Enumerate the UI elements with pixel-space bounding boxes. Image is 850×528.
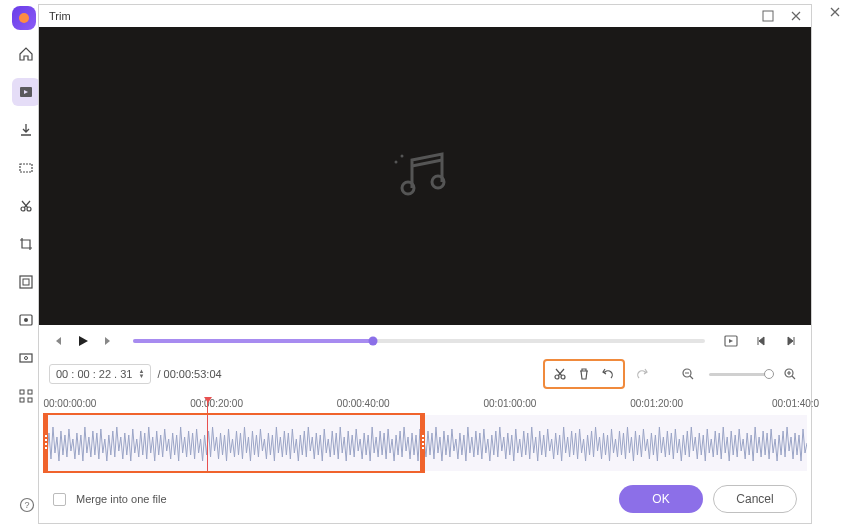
redo-button[interactable] [631,364,653,384]
cancel-label: Cancel [736,492,773,506]
playhead[interactable] [207,398,208,471]
svg-point-7 [24,318,28,322]
sidebar-download[interactable] [12,116,40,144]
sidebar-crop[interactable] [12,230,40,258]
current-time-input[interactable]: 00 : 00 : 22 . 31 ▲ ▼ [49,364,151,384]
sidebar-apps[interactable] [12,382,40,410]
svg-point-9 [25,357,28,360]
sidebar-effects[interactable] [12,268,40,296]
sidebar-cut[interactable] [12,192,40,220]
sidebar-record[interactable] [12,306,40,334]
ruler-tick: 00:01:20:00 [630,398,683,409]
sidebar-home[interactable] [12,40,40,68]
svg-rect-8 [20,354,32,362]
time-step-down[interactable]: ▼ [138,374,144,379]
merge-label: Merge into one file [76,493,167,505]
close-icon[interactable] [787,7,805,25]
ruler-tick: 00:01:00:00 [483,398,536,409]
zoom-out-button[interactable] [677,364,699,384]
minimize-icon[interactable] [759,7,777,25]
sidebar-convert[interactable] [12,78,40,106]
seekbar-thumb[interactable] [369,337,378,346]
ruler-tick: 00:00:20:00 [190,398,243,409]
delete-button[interactable] [573,364,595,384]
total-time-label: / 00:00:53:04 [157,368,221,380]
svg-rect-5 [23,279,29,285]
sidebar-disc[interactable] [12,344,40,372]
svg-rect-12 [20,398,24,402]
svg-rect-16 [763,11,773,21]
svg-rect-10 [20,390,24,394]
preview-area [39,27,811,325]
merge-checkbox[interactable] [53,493,66,506]
next-frame-button[interactable] [97,331,117,351]
sidebar [12,40,40,410]
selection-handle-right[interactable] [420,415,425,471]
trim-tool-group [543,359,625,389]
timeline[interactable] [43,415,807,471]
current-time-value: 00 : 00 : 22 . 31 [56,368,132,380]
undo-button[interactable] [597,364,619,384]
ok-label: OK [652,492,669,506]
trim-dialog: Trim [38,4,812,524]
prev-frame-button[interactable] [49,331,69,351]
svg-rect-13 [28,398,32,402]
ruler-tick: 00:00:40:00 [337,398,390,409]
playback-controls [39,325,811,357]
zoom-in-button[interactable] [779,364,801,384]
ruler-tick: 00:00:00:00 [43,398,96,409]
timeline-ruler: 00:00:00:00 00:00:20:00 00:00:40:00 00:0… [39,395,811,413]
sidebar-compress[interactable] [12,154,40,182]
titlebar: Trim [39,5,811,27]
play-in-out-button[interactable] [721,331,741,351]
svg-rect-1 [20,164,32,172]
svg-rect-11 [28,390,32,394]
time-row: 00 : 00 : 22 . 31 ▲ ▼ / 00:00:53:04 [39,357,811,395]
svg-point-19 [401,155,404,158]
selection-handle-left[interactable] [43,415,48,471]
goto-end-button[interactable] [781,331,801,351]
app-close-icon[interactable] [828,5,842,23]
svg-text:?: ? [24,500,29,510]
svg-point-20 [395,161,398,164]
ok-button[interactable]: OK [619,485,703,513]
svg-rect-4 [20,276,32,288]
zoom-slider[interactable] [709,373,769,376]
bottom-bar: Merge into one file OK Cancel [39,477,811,523]
waveform [43,415,807,471]
time-stepper[interactable]: ▲ ▼ [138,369,144,379]
play-button[interactable] [73,331,93,351]
app-logo [12,6,36,30]
goto-start-button[interactable] [751,331,771,351]
seekbar-fill [133,339,373,343]
seekbar[interactable] [133,339,705,343]
music-icon [390,146,460,206]
cut-button[interactable] [549,364,571,384]
ruler-tick: 00:01:40:0 [772,398,819,409]
help-icon[interactable]: ? [16,494,38,516]
dialog-title: Trim [45,10,759,22]
cancel-button[interactable]: Cancel [713,485,797,513]
